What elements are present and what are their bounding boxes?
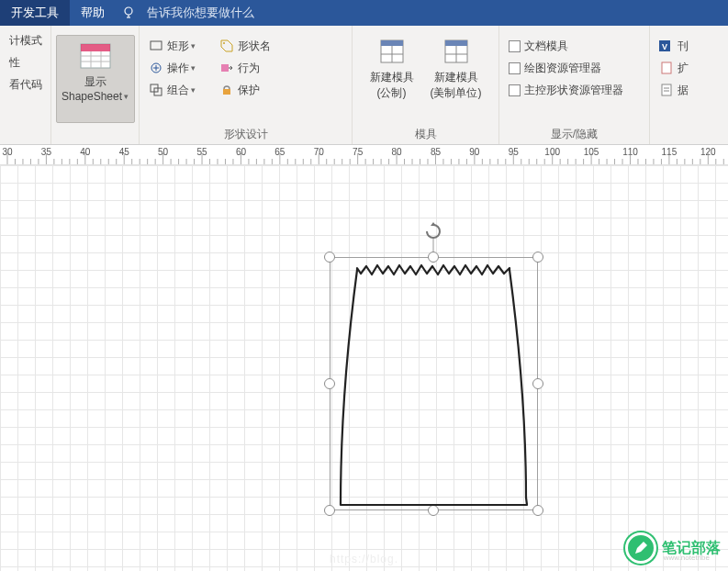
svg-rect-26 [662,62,671,73]
stencil-us-icon [440,35,473,68]
stencil-metric-sub: (公制) [377,85,407,101]
svg-text:V: V [662,42,667,51]
shape-name-button[interactable]: 形状名 [216,35,274,57]
ribbon-tabbar: 开发工具 帮助 告诉我你想要做什么 [0,0,728,26]
show-shapesheet-button[interactable]: 显示 ShapeSheet▾ [56,35,135,123]
svg-rect-14 [221,64,229,72]
partial-item-3[interactable]: 据 [655,79,692,101]
tab-help[interactable]: 帮助 [70,0,116,26]
partial-item-2[interactable]: 扩 [655,57,692,79]
tell-me-input[interactable]: 告诉我你想要做什么 [141,0,260,26]
tab-developer[interactable]: 开发工具 [0,0,70,26]
lock-icon [219,83,234,97]
group-shape-design: 矩形▾ 操作▾ 组合▾ 形状名 行为 [140,26,353,144]
ribbon: 计模式 性 看代码 显示 ShapeSheet▾ 矩形▾ 操作▾ [0,26,728,145]
protection-button[interactable]: 保护 [216,79,274,101]
group-right-partial: V刊 扩 据 [650,26,728,144]
stencil-us-sub: (美制单位) [431,85,482,101]
stencil-metric-label: 新建模具 [370,70,414,85]
item-properties[interactable]: 性 [6,51,45,73]
checkbox-icon [509,62,521,74]
behavior-icon [219,61,234,75]
group-show-hide: 文档模具 绘图资源管理器 主控形状资源管理器 显示/隐藏 [499,26,650,144]
visio-icon-item[interactable]: V刊 [655,35,692,57]
svg-rect-17 [381,40,403,46]
svg-rect-4 [81,44,110,51]
lightbulb-icon [116,0,141,26]
shapesheet-label1: 显示 [84,74,106,90]
svg-rect-9 [151,41,162,50]
behavior-button[interactable]: 行为 [216,57,274,79]
shapesheet-icon [79,39,112,73]
checkbox-icon [509,84,521,96]
checkbox-icon [509,40,521,52]
svg-point-13 [223,42,225,44]
svg-point-0 [125,7,132,15]
horizontal-ruler: 3035404550556065707580859095100105110115… [0,145,728,165]
group-label-stencil: 模具 [353,127,498,142]
group-stencil: 新建模具 (公制) 新建模具 (美制单位) 模具 [353,26,499,144]
tag-icon [219,39,234,53]
item-design-mode[interactable]: 计模式 [6,29,45,51]
rectangle-tool[interactable]: 矩形▾ [145,35,199,57]
group-shapesheet: 显示 ShapeSheet▾ [51,26,140,144]
group-code-partial: 计模式 性 看代码 [0,26,51,144]
shapesheet-label2: ShapeSheet▾ [62,90,129,103]
item-view-code[interactable]: 看代码 [6,73,45,95]
watermark-sub: www.notetribe [664,554,710,562]
operations-menu[interactable]: 操作▾ [145,57,199,79]
svg-rect-21 [445,40,467,46]
checkbox-master-explorer[interactable]: 主控形状资源管理器 [505,79,644,101]
stencil-us-label: 新建模具 [434,70,478,85]
operations-icon [149,61,163,75]
svg-rect-27 [662,84,671,95]
visio-app-icon: V [659,39,674,53]
combine-menu[interactable]: 组合▾ [145,79,199,101]
group-label-show-hide: 显示/隐藏 [499,127,649,142]
blog-watermark: https://blog. [330,553,398,565]
new-stencil-us-button[interactable]: 新建模具 (美制单位) [425,31,487,105]
group-label-shape-design: 形状设计 [140,127,352,142]
drawn-shape[interactable] [330,257,538,510]
stencil-metric-icon [375,35,409,68]
site-watermark: 笔记部落 www.notetribe [625,532,721,564]
rectangle-icon [149,39,163,53]
checkbox-document-stencil[interactable]: 文档模具 [505,35,644,57]
new-stencil-metric-button[interactable]: 新建模具 (公制) [364,31,420,105]
doc-icon [659,83,674,97]
rotate-handle[interactable] [424,222,442,241]
combine-icon [149,83,163,97]
svg-rect-15 [223,89,230,95]
pencil-badge-icon [625,532,656,564]
drawing-canvas[interactable]: https://blog. 笔记部落 www.notetribe [0,165,728,571]
doc-icon [659,61,674,75]
checkbox-drawing-explorer[interactable]: 绘图资源管理器 [505,57,644,79]
